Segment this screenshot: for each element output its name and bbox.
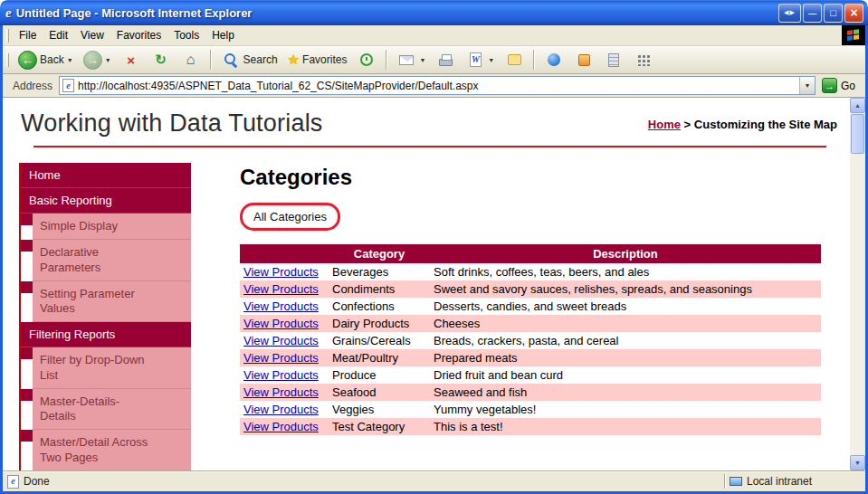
header-rule [33,146,826,147]
sidebar-item-simple-display[interactable]: Simple Display [33,214,191,240]
sidebar-item-label: Home [29,168,61,182]
view-products-link[interactable]: View Products [243,265,319,279]
history-icon [360,53,373,66]
sidebar-item-master-detail-across-two-pages[interactable]: Master/Detail Across Two Pages [33,430,191,470]
description-cell: This is a test! [430,418,821,435]
window-title: Untitled Page - Microsoft Internet Explo… [16,6,774,20]
view-products-link[interactable]: View Products [243,334,319,347]
back-button[interactable]: ← Back ▼ [14,49,78,71]
view-products-link[interactable]: View Products [243,420,319,433]
sidebar-item-label: Master-Details-Details [40,394,155,424]
messenger-button[interactable] [539,48,568,71]
scroll-down-button[interactable]: ▼ [850,455,865,470]
web-page: Working with Data Tutorials Home > Custo… [3,98,850,470]
home-icon: ⌂ [186,52,196,68]
page-body: Home Basic Reporting Simple Display Decl… [3,147,850,470]
address-input[interactable]: e http://localhost:4935/ASPNET_Data_Tuto… [59,76,816,95]
search-icon [224,52,238,67]
view-products-link[interactable]: View Products [243,403,319,416]
view-products-link[interactable]: View Products [243,385,319,399]
description-cell: Cheeses [430,315,821,332]
vertical-scrollbar[interactable]: ▲ ▼ [850,98,865,470]
window-controls: ◀▶ — □ × [778,4,863,23]
calculator-button[interactable] [599,48,628,71]
category-cell: Seafood [329,384,430,401]
discuss-icon [508,54,521,65]
address-label: Address [5,80,54,92]
sidebar-item-label: Setting Parameter Values [40,287,155,317]
minimize-button[interactable]: — [803,4,822,23]
sidebar-item-home[interactable]: Home [21,163,191,188]
table-row: View Products Meat/Poultry Prepared meat… [240,349,821,366]
sidebar-item-master-details-details[interactable]: Master-Details-Details [33,389,191,431]
page-icon: e [62,79,74,92]
tiles-button[interactable] [629,48,658,71]
discuss-button[interactable] [500,48,529,71]
scroll-up-button[interactable]: ▲ [850,98,865,113]
breadcrumb-home-link[interactable]: Home [648,118,681,131]
sidebar-item-label: Declarative Parameters [40,245,155,275]
windows-logo-throbber [842,25,865,45]
description-cell: Seaweed and fish [430,384,821,401]
address-url[interactable]: http://localhost:4935/ASPNET_Data_Tutori… [78,80,796,92]
breadcrumb: Home > Customizing the Site Map [648,118,837,131]
favorites-label: Favorites [302,53,347,66]
sidebar-item-filter-by-dropdown-list[interactable]: Filter by Drop-Down List [33,347,191,389]
address-dropdown-button[interactable]: ▼ [799,77,815,94]
go-button[interactable]: → Go [820,78,863,93]
menu-tools[interactable]: Tools [167,26,205,44]
all-categories-link-annotated[interactable]: All Categories [240,203,340,231]
go-icon: → [822,78,837,93]
description-cell: Desserts, candies, and sweet breads [430,298,821,315]
calculator-icon [608,53,619,67]
refresh-button[interactable]: ↻ [147,48,176,71]
mail-button[interactable]: ▼ [392,48,430,71]
sidebar-item-filtering-reports[interactable]: Filtering Reports [21,322,191,347]
menu-bar: File Edit View Favorites Tools Help [3,25,865,46]
category-cell: Confections [329,298,430,315]
table-row: View Products Beverages Soft drinks, cof… [240,263,821,280]
page-header: Working with Data Tutorials Home > Custo… [3,98,850,147]
view-products-link[interactable]: View Products [243,317,319,330]
print-button[interactable] [431,48,460,71]
history-button[interactable] [352,48,381,71]
forward-button[interactable]: → ▼ [79,49,116,71]
menu-edit[interactable]: Edit [43,26,74,44]
toolbar-separator [533,50,535,70]
stop-button[interactable]: × [117,48,146,71]
research-button[interactable] [569,48,598,71]
menu-help[interactable]: Help [205,26,241,44]
window-frame: File Edit View Favorites Tools Help ← Ba… [0,25,868,494]
table-row: View Products Confections Desserts, cand… [240,298,821,315]
window-arrows-button[interactable]: ◀▶ [778,4,801,23]
mail-dropdown-icon[interactable]: ▼ [419,57,425,63]
edit-dropdown-icon[interactable]: ▼ [488,57,494,63]
search-button[interactable]: Search [216,48,282,71]
sidebar-item-basic-reporting[interactable]: Basic Reporting [21,188,191,214]
edit-word-icon: W [470,52,482,67]
close-button[interactable]: × [844,4,863,23]
favorites-button[interactable]: ★ Favorites [283,50,352,70]
home-button[interactable]: ⌂ [176,48,205,71]
toolbar-separator [386,50,387,70]
menu-view[interactable]: View [74,26,110,44]
view-products-link[interactable]: View Products [243,299,319,313]
table-header-row: Category Description [240,244,821,263]
sidebar-item-declarative-parameters[interactable]: Declarative Parameters [33,240,191,281]
back-dropdown-icon[interactable]: ▼ [67,57,73,63]
view-products-link[interactable]: View Products [243,368,319,382]
categories-heading: Categories [240,165,850,190]
view-products-link[interactable]: View Products [243,351,319,365]
status-zone: Local intranet [730,475,865,488]
view-products-link[interactable]: View Products [243,282,319,296]
maximize-button[interactable]: □ [824,4,843,23]
forward-dropdown-icon[interactable]: ▼ [105,57,111,63]
edit-button[interactable]: W ▼ [461,48,499,71]
status-bar: e Done Local intranet [3,470,865,491]
menu-favorites[interactable]: Favorites [110,26,167,44]
menu-file[interactable]: File [13,26,43,44]
sidebar-item-setting-parameter-values[interactable]: Setting Parameter Values [33,281,191,323]
scroll-thumb[interactable] [851,114,864,154]
stop-icon: × [127,52,135,68]
table-row: View Products Condiments Sweet and savor… [240,280,821,298]
